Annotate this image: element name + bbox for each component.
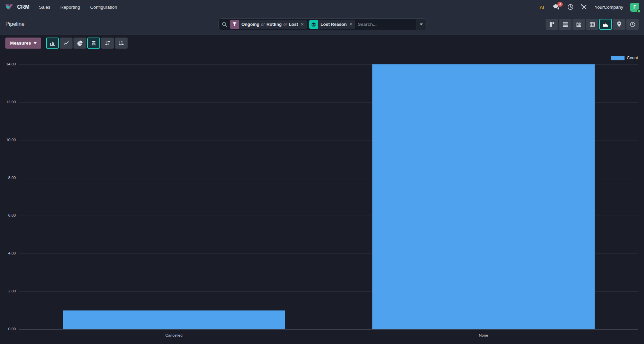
search-bar[interactable]: Ongoing or Rotting or Lost ✕ Lost Reason… <box>218 18 426 30</box>
graph-toolbar: Measures <box>5 38 128 49</box>
sort-descending-button[interactable] <box>101 38 114 49</box>
activity-view-button[interactable] <box>626 19 639 30</box>
y-axis-tick: 12.00 <box>6 100 16 104</box>
remove-groupby-facet-icon[interactable]: ✕ <box>349 22 353 27</box>
menu-sales[interactable]: Sales <box>39 5 50 10</box>
top-navbar: CRM Sales Reporting Configuration AI 3 <box>0 0 644 14</box>
x-axis-label: Cancelled <box>19 333 329 337</box>
plot-area: 0.002.004.006.008.0010.0012.0014.00Cance… <box>19 64 638 329</box>
chart-bar[interactable] <box>372 64 595 329</box>
legend-swatch <box>611 56 625 60</box>
chart-bar[interactable] <box>63 310 285 329</box>
messages-badge: 3 <box>557 2 563 7</box>
search-input[interactable] <box>358 22 416 27</box>
online-status-dot <box>637 9 641 13</box>
y-axis-tick: 2.00 <box>8 289 16 293</box>
main-menu: Sales Reporting Configuration <box>39 5 117 10</box>
graph-view-button[interactable] <box>599 19 612 30</box>
groupby-layers-icon <box>309 20 318 29</box>
odoo-logo-icon[interactable] <box>5 3 14 11</box>
filter-value: Lost <box>289 22 298 27</box>
messages-icon[interactable]: 3 <box>553 4 560 10</box>
y-axis-tick: 14.00 <box>6 62 16 66</box>
y-axis-tick: 10.00 <box>6 138 16 142</box>
filter-funnel-icon <box>230 20 239 29</box>
graph-view-content: Measures <box>0 35 644 344</box>
search-options-toggle[interactable] <box>416 19 426 30</box>
control-panel: Pipeline Ongoing or Rotting or Lost ✕ <box>0 14 644 35</box>
view-switcher <box>546 19 639 30</box>
kanban-view-button[interactable] <box>546 19 558 30</box>
menu-configuration[interactable]: Configuration <box>90 5 117 10</box>
bar-chart: Count 0.002.004.006.008.0010.0012.0014.0… <box>0 49 644 344</box>
chart-legend[interactable]: Count <box>611 56 638 60</box>
line-chart-button[interactable] <box>60 38 73 49</box>
x-axis-label: None <box>329 333 638 337</box>
ai-assistant-icon[interactable]: AI <box>538 4 546 10</box>
menu-reporting[interactable]: Reporting <box>60 5 80 10</box>
groupby-facet: Lost Reason ✕ <box>309 20 356 29</box>
groupby-value: Lost Reason <box>321 22 347 27</box>
debug-tools-icon[interactable] <box>581 4 588 10</box>
remove-filter-facet-icon[interactable]: ✕ <box>301 22 304 27</box>
filter-value: Ongoing <box>241 22 259 27</box>
pivot-view-button[interactable] <box>586 19 598 30</box>
gridline <box>19 329 638 330</box>
measures-button[interactable]: Measures <box>5 38 41 49</box>
y-axis-tick: 4.00 <box>8 251 16 255</box>
search-icon <box>222 22 227 27</box>
app-name[interactable]: CRM <box>17 4 30 10</box>
filter-facet: Ongoing or Rotting or Lost ✕ <box>230 20 307 29</box>
list-view-button[interactable] <box>559 19 571 30</box>
stacked-chart-button[interactable] <box>87 38 100 49</box>
bar-chart-button[interactable] <box>46 38 59 49</box>
filter-value: Rotting <box>267 22 282 27</box>
sort-ascending-button[interactable] <box>115 38 128 49</box>
legend-label: Count <box>627 56 638 60</box>
calendar-view-button[interactable] <box>572 19 585 30</box>
company-name[interactable]: YourCompany <box>595 5 623 10</box>
y-axis-tick: 8.00 <box>8 176 16 180</box>
y-axis-tick: 6.00 <box>8 213 16 217</box>
activities-clock-icon[interactable] <box>567 4 574 10</box>
page-title: Pipeline <box>5 21 25 27</box>
map-view-button[interactable] <box>613 19 625 30</box>
y-axis-tick: 0.00 <box>8 327 16 331</box>
chart-type-buttons <box>46 38 128 49</box>
pie-chart-button[interactable] <box>74 38 86 49</box>
user-avatar[interactable]: F <box>630 3 639 12</box>
